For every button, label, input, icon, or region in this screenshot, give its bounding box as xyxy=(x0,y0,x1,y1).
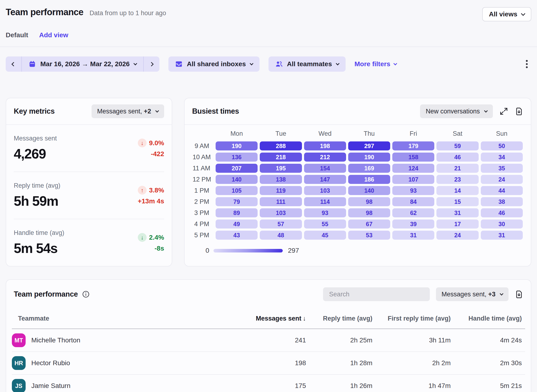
heatmap-cell[interactable]: 190 xyxy=(348,153,390,162)
more-filters-button[interactable]: More filters xyxy=(355,60,397,68)
heatmap-cell[interactable]: 169 xyxy=(348,164,390,173)
heatmap-cell[interactable]: 49 xyxy=(216,219,258,229)
shared-inboxes-filter[interactable]: All shared inboxes xyxy=(168,56,259,72)
overflow-menu-button[interactable] xyxy=(522,57,531,71)
heatmap-cell[interactable]: 218 xyxy=(260,153,302,162)
column-header-handle-time[interactable]: Handle time (avg) xyxy=(454,315,525,322)
heatmap-cell[interactable]: 15 xyxy=(436,197,478,206)
info-icon[interactable] xyxy=(82,290,90,298)
date-range-button[interactable]: Mar 16, 2026 → Mar 22, 2026 xyxy=(22,56,143,72)
table-row[interactable]: MTMichelle Thorton2412h 25m3h 11m4m 24s xyxy=(12,329,525,352)
heatmap-cell[interactable]: 46 xyxy=(481,208,523,217)
heatmap-cell[interactable]: 67 xyxy=(348,219,390,229)
heatmap-cell[interactable]: 89 xyxy=(216,208,258,217)
heatmap-cell[interactable]: 31 xyxy=(392,231,434,240)
heatmap-cell[interactable]: 24 xyxy=(481,175,523,184)
heatmap-cell[interactable]: 53 xyxy=(348,231,390,240)
heatmap-cell[interactable]: 21 xyxy=(436,164,478,173)
heatmap-cell[interactable]: 38 xyxy=(481,197,523,206)
heatmap-cell[interactable]: 17 xyxy=(436,219,478,229)
heatmap-cell[interactable]: 24 xyxy=(436,231,478,240)
heatmap-cell[interactable]: 31 xyxy=(436,208,478,217)
heatmap-cell[interactable]: 93 xyxy=(392,186,434,195)
heatmap-cell[interactable]: 136 xyxy=(216,153,258,162)
heatmap-cell[interactable]: 30 xyxy=(481,219,523,229)
heatmap-cell[interactable]: 98 xyxy=(348,208,390,217)
heatmap-cell[interactable]: 207 xyxy=(216,164,258,173)
search-input[interactable] xyxy=(323,287,430,301)
column-header-messages-sent[interactable]: Messages sent↓ xyxy=(238,315,309,322)
heatmap-cell[interactable]: 147 xyxy=(304,175,346,184)
heatmap-cell[interactable]: 34 xyxy=(481,153,523,162)
heatmap-cell[interactable]: 46 xyxy=(436,153,478,162)
heatmap-cell[interactable]: 186 xyxy=(348,175,390,184)
heatmap-cell[interactable]: 124 xyxy=(392,164,434,173)
heatmap-cell[interactable]: 43 xyxy=(216,231,258,240)
column-header-teammate[interactable]: Teammate xyxy=(12,315,238,322)
all-views-button[interactable]: All views xyxy=(482,7,531,21)
heatmap-cell[interactable]: 288 xyxy=(260,141,302,150)
next-period-button[interactable] xyxy=(144,56,159,72)
heatmap-cell[interactable]: 31 xyxy=(481,231,523,240)
heatmap-cell[interactable]: 103 xyxy=(304,186,346,195)
heatmap-time-label: 3 PM xyxy=(193,209,213,217)
metric-main: Handle time (avg)5m 54s xyxy=(14,229,64,256)
previous-period-button[interactable] xyxy=(6,56,21,72)
heatmap-cell[interactable]: 45 xyxy=(304,231,346,240)
heatmap-cell[interactable]: 48 xyxy=(260,231,302,240)
heatmap-cell[interactable]: 103 xyxy=(260,208,302,217)
heatmap-cell[interactable]: 140 xyxy=(348,186,390,195)
heatmap-cell[interactable]: 55 xyxy=(304,219,346,229)
column-header-reply-time[interactable]: Reply time (avg) xyxy=(309,315,376,322)
heatmap-cell[interactable]: 119 xyxy=(260,186,302,195)
key-metrics-selector[interactable]: Messages sent, +2 xyxy=(92,104,164,118)
heatmap-cell[interactable]: 44 xyxy=(481,186,523,195)
heatmap-cell[interactable]: 297 xyxy=(348,141,390,150)
heatmap-cell[interactable]: 14 xyxy=(436,186,478,195)
heatmap-cell[interactable]: 35 xyxy=(481,164,523,173)
data-freshness-note: Data from up to 1 hour ago xyxy=(90,9,166,17)
heatmap-cell[interactable]: 138 xyxy=(260,175,302,184)
download-file-icon xyxy=(515,290,523,299)
heatmap-cell[interactable]: 154 xyxy=(304,164,346,173)
team-table-selector[interactable]: Messages sent, +3 xyxy=(436,287,509,301)
heatmap-cell[interactable]: 93 xyxy=(304,208,346,217)
heatmap-cell[interactable]: 195 xyxy=(260,164,302,173)
team-table-controls: Messages sent, +3 xyxy=(323,287,523,301)
trend-up-arrow-icon: ↑ xyxy=(138,186,147,195)
heatmap-cell[interactable]: 84 xyxy=(392,197,434,206)
heatmap-cell[interactable]: 198 xyxy=(304,141,346,150)
column-header-first-reply-time[interactable]: First reply time (avg) xyxy=(376,315,454,322)
heatmap-grid: MonTueWedThuFriSatSun9 AM190288198297179… xyxy=(193,130,523,240)
tab-add-view[interactable]: Add view xyxy=(39,31,68,39)
download-button[interactable] xyxy=(515,107,523,116)
table-row[interactable]: JSJamie Saturn1751h 26m1h 47m5m 21s xyxy=(12,375,525,392)
heatmap-cell[interactable]: 50 xyxy=(481,141,523,150)
heatmap-cell[interactable]: 39 xyxy=(392,219,434,229)
heatmap-cell[interactable]: 179 xyxy=(392,141,434,150)
heatmap-cell[interactable]: 105 xyxy=(216,186,258,195)
heatmap-cell[interactable]: 62 xyxy=(392,208,434,217)
heatmap-cell[interactable]: 140 xyxy=(216,175,258,184)
metric-delta-percent: ↑3.8% xyxy=(138,186,164,195)
heatmap-cell[interactable]: 57 xyxy=(260,219,302,229)
tab-default[interactable]: Default xyxy=(6,31,28,39)
teammates-icon xyxy=(275,60,283,68)
heatmap-cell[interactable]: 59 xyxy=(436,141,478,150)
busiest-times-selector[interactable]: New conversations xyxy=(420,104,493,118)
heatmap-cell[interactable]: 114 xyxy=(304,197,346,206)
heatmap-cell[interactable]: 190 xyxy=(216,141,258,150)
heatmap-cell[interactable]: 79 xyxy=(216,197,258,206)
teammates-filter[interactable]: All teammates xyxy=(268,56,346,72)
expand-button[interactable] xyxy=(500,107,508,116)
heatmap-cell[interactable]: 107 xyxy=(392,175,434,184)
avatar: JS xyxy=(12,379,26,392)
heatmap-cell[interactable]: 111 xyxy=(260,197,302,206)
heatmap-cell[interactable]: 158 xyxy=(392,153,434,162)
table-row[interactable]: HRHector Rubio1981h 28m2h 2m2m 30s xyxy=(12,352,525,375)
heatmap-cell[interactable]: 98 xyxy=(348,197,390,206)
heatmap-cell[interactable]: 23 xyxy=(436,175,478,184)
chevron-down-icon xyxy=(250,61,253,65)
heatmap-cell[interactable]: 212 xyxy=(304,153,346,162)
table-download-button[interactable] xyxy=(515,290,523,299)
